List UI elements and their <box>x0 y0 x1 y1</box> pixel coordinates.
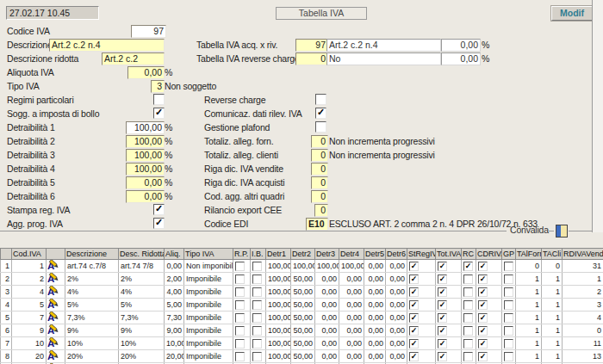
checkbox-gp[interactable] <box>502 312 516 324</box>
codice-iva-field[interactable]: 97 <box>131 25 166 38</box>
checkbox-cdriva[interactable] <box>476 273 502 286</box>
checkbox-rp[interactable] <box>235 262 245 271</box>
checkbox-rc[interactable] <box>463 275 473 284</box>
checkbox-streg-iva[interactable] <box>409 262 419 271</box>
checkbox-gp[interactable] <box>502 273 516 286</box>
checkbox-ib[interactable] <box>251 350 266 363</box>
checkbox-streg-iva[interactable] <box>409 300 419 310</box>
checkbox-gp[interactable] <box>502 350 516 363</box>
checkbox-rp[interactable] <box>233 273 251 286</box>
checkbox-tot-iva[interactable] <box>436 312 462 324</box>
agg-prog-iva-checkbox[interactable] <box>153 218 165 229</box>
checkbox-ib[interactable] <box>252 275 262 284</box>
checkbox-streg-iva[interactable] <box>407 299 436 312</box>
checkbox-ib[interactable] <box>251 273 266 286</box>
checkbox-rc[interactable] <box>462 337 476 350</box>
edit-description-icon[interactable]: A <box>47 312 65 324</box>
checkbox-streg-iva[interactable] <box>409 287 419 297</box>
checkbox-rc[interactable] <box>463 339 473 349</box>
checkbox-rp[interactable] <box>233 324 251 337</box>
table-row[interactable]: 69A9%9%9,00Imponibile100,0050,000,000,00… <box>1 324 603 337</box>
comunicaz-checkbox[interactable] <box>315 108 326 119</box>
codice-edi-field[interactable]: E10 <box>306 218 328 231</box>
checkbox-cdriva[interactable] <box>476 299 502 312</box>
checkbox-gp[interactable] <box>504 339 513 349</box>
checkbox-ib[interactable] <box>251 337 266 350</box>
checkbox-rc[interactable] <box>462 286 476 299</box>
checkbox-cdriva[interactable] <box>478 339 488 349</box>
edit-description-icon[interactable]: A <box>47 299 65 312</box>
checkbox-rp[interactable] <box>233 286 251 299</box>
checkbox-rc[interactable] <box>462 273 476 286</box>
convalida-book-icon[interactable] <box>556 225 568 238</box>
rilancio-cee-field[interactable]: 0 <box>314 204 328 217</box>
checkbox-ib[interactable] <box>252 287 262 297</box>
checkbox-ib[interactable] <box>252 339 262 349</box>
checkbox-cdriva[interactable] <box>476 312 502 324</box>
checkbox-gp[interactable] <box>504 313 513 323</box>
checkbox-tot-iva[interactable] <box>438 326 447 336</box>
tipo-iva-field[interactable]: 3 <box>151 80 165 93</box>
checkbox-rp[interactable] <box>235 287 245 297</box>
checkbox-gp[interactable] <box>504 326 513 336</box>
checkbox-rc[interactable] <box>463 352 473 361</box>
detraibilita4-field[interactable]: 100,00 <box>126 163 165 176</box>
checkbox-streg-iva[interactable] <box>409 275 419 284</box>
descrizione-field[interactable]: Art.2 c.2 n.4 <box>49 39 165 52</box>
checkbox-gp[interactable] <box>504 352 513 361</box>
checkbox-cdriva[interactable] <box>478 313 488 323</box>
checkbox-ib[interactable] <box>251 299 266 312</box>
checkbox-ib[interactable] <box>251 324 266 337</box>
checkbox-gp[interactable] <box>502 337 516 350</box>
table-row[interactable]: 11Aart.74 c.7/8art.74 7/80,00Non imponib… <box>1 260 603 273</box>
checkbox-rp[interactable] <box>233 260 251 273</box>
checkbox-tot-iva[interactable] <box>436 286 462 299</box>
checkbox-rp[interactable] <box>233 299 251 312</box>
table-row[interactable]: 57A7,3%7,3%7,30Imponibile100,0050,000,00… <box>1 312 603 324</box>
checkbox-rp[interactable] <box>233 337 251 350</box>
checkbox-ib[interactable] <box>252 326 262 336</box>
checkbox-cdriva[interactable] <box>476 350 502 363</box>
checkbox-rc[interactable] <box>463 300 473 310</box>
checkbox-streg-iva[interactable] <box>407 324 436 337</box>
sogg-bollo-checkbox[interactable] <box>153 108 165 119</box>
checkbox-tot-iva[interactable] <box>438 275 447 284</box>
modif-button[interactable]: Modif <box>551 6 593 21</box>
checkbox-tot-iva[interactable] <box>438 287 447 297</box>
table-row[interactable]: 820A20%20%20,00Imponibile100,0050,000,00… <box>1 350 603 363</box>
checkbox-tot-iva[interactable] <box>438 352 447 361</box>
detraibilita1-field[interactable]: 100,00 <box>126 121 165 134</box>
checkbox-streg-iva[interactable] <box>409 326 419 336</box>
descrizione-ridotta-field[interactable]: Art.2 c.2 <box>102 52 165 65</box>
checkbox-gp[interactable] <box>502 299 516 312</box>
edit-description-icon[interactable]: A <box>47 273 65 286</box>
checkbox-gp[interactable] <box>504 262 513 271</box>
checkbox-rc[interactable] <box>463 326 473 336</box>
checkbox-gp[interactable] <box>504 300 513 310</box>
checkbox-cdriva[interactable] <box>476 324 502 337</box>
checkbox-streg-iva[interactable] <box>407 312 436 324</box>
tabella-acq-code-field[interactable]: 97 <box>295 39 328 52</box>
checkbox-gp[interactable] <box>502 260 516 273</box>
riga-acquisti-field[interactable]: 0 <box>311 176 328 189</box>
checkbox-cdriva[interactable] <box>476 260 502 273</box>
checkbox-rp[interactable] <box>235 352 245 361</box>
edit-description-icon[interactable]: A <box>47 350 65 363</box>
checkbox-rp[interactable] <box>235 275 245 284</box>
checkbox-gp[interactable] <box>504 275 513 284</box>
detraibilita2-field[interactable]: 100,00 <box>126 135 165 148</box>
checkbox-cdriva[interactable] <box>478 326 488 336</box>
checkbox-tot-iva[interactable] <box>436 260 462 273</box>
checkbox-streg-iva[interactable] <box>409 313 419 323</box>
table-row[interactable]: 710A10%10%10,00Imponibile100,0050,000,00… <box>1 337 603 350</box>
checkbox-tot-iva[interactable] <box>438 339 447 349</box>
checkbox-streg-iva[interactable] <box>409 352 419 361</box>
detraibilita3-field[interactable]: 100,00 <box>126 149 165 162</box>
checkbox-cdriva[interactable] <box>478 275 488 284</box>
checkbox-rc[interactable] <box>463 262 473 271</box>
checkbox-ib[interactable] <box>251 312 266 324</box>
checkbox-cdriva[interactable] <box>476 337 502 350</box>
checkbox-tot-iva[interactable] <box>436 324 462 337</box>
checkbox-rc[interactable] <box>462 324 476 337</box>
checkbox-ib[interactable] <box>252 262 262 271</box>
